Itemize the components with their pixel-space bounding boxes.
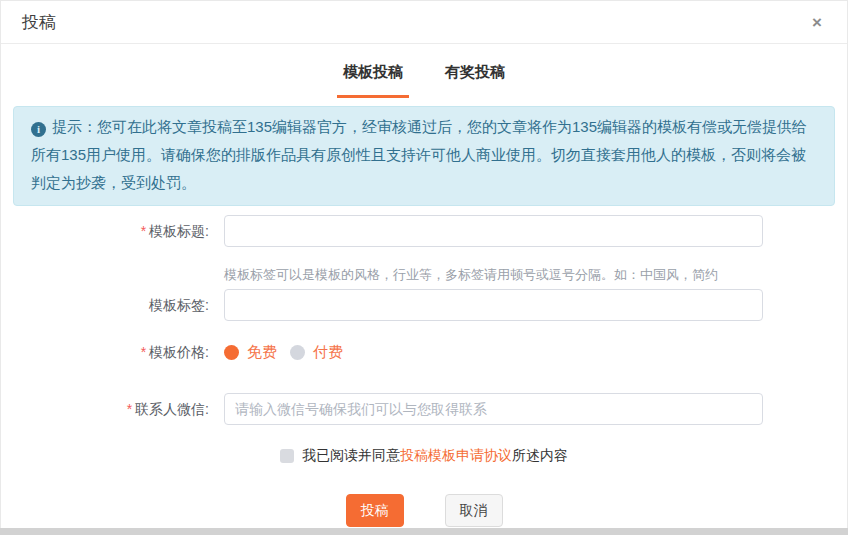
alert-text: 提示：您可在此将文章投稿至135编辑器官方，经审核通过后，您的文章将作为135编… bbox=[31, 118, 807, 191]
agreement-row: 我已阅读并同意投稿模板申请协议所述内容 bbox=[1, 447, 847, 465]
submission-form: *模板标题: 模板标签: 模板标签可以是模板的风格，行业等，多标签请用顿号或逗号… bbox=[1, 206, 847, 527]
radio-paid-label: 付费 bbox=[313, 343, 343, 362]
template-tags-hint: 模板标签可以是模板的风格，行业等，多标签请用顿号或逗号分隔。如：中国风，简约 bbox=[224, 268, 763, 281]
info-alert: i提示：您可在此将文章投稿至135编辑器官方，经审核通过后，您的文章将作为135… bbox=[13, 106, 835, 206]
action-buttons: 投稿 取消 bbox=[1, 494, 847, 527]
field-row-template-title: *模板标题: bbox=[1, 215, 847, 247]
agreement-link[interactable]: 投稿模板申请协议 bbox=[400, 447, 512, 465]
template-price-label: *模板价格: bbox=[1, 336, 209, 368]
template-title-label: *模板标题: bbox=[1, 215, 209, 247]
field-row-contact-wechat: *联系人微信: bbox=[1, 393, 847, 425]
close-icon[interactable]: × bbox=[808, 12, 826, 33]
radio-free-label: 免费 bbox=[247, 343, 277, 362]
field-row-template-price: *模板价格: 免费 付费 bbox=[1, 336, 847, 368]
agreement-checkbox[interactable] bbox=[280, 449, 294, 463]
required-star: * bbox=[141, 344, 146, 360]
cancel-button[interactable]: 取消 bbox=[445, 494, 503, 527]
radio-dot-icon bbox=[224, 345, 239, 360]
template-tags-label: 模板标签: bbox=[1, 289, 209, 321]
dialog-header: 投稿 × bbox=[1, 1, 847, 44]
tab-label: 有奖投稿 bbox=[445, 63, 505, 80]
template-title-input[interactable] bbox=[224, 215, 763, 247]
price-radio-group: 免费 付费 bbox=[224, 343, 343, 362]
template-tags-input[interactable] bbox=[224, 289, 763, 321]
required-star: * bbox=[141, 223, 146, 239]
tab-template-submission[interactable]: 模板投稿 bbox=[337, 63, 409, 98]
tab-reward-submission[interactable]: 有奖投稿 bbox=[439, 63, 511, 98]
radio-dot-icon bbox=[290, 345, 305, 360]
radio-free[interactable]: 免费 bbox=[224, 343, 277, 362]
contact-wechat-label: *联系人微信: bbox=[1, 393, 209, 425]
agreement-text-before: 我已阅读并同意 bbox=[302, 447, 400, 465]
dialog-title: 投稿 bbox=[22, 11, 56, 34]
contact-wechat-input[interactable] bbox=[224, 393, 763, 425]
submit-button[interactable]: 投稿 bbox=[346, 494, 404, 527]
tab-label: 模板投稿 bbox=[343, 63, 403, 80]
agreement-text-after: 所述内容 bbox=[512, 447, 568, 465]
required-star: * bbox=[127, 401, 132, 417]
info-circle-icon: i bbox=[31, 122, 46, 137]
field-row-template-tags: 模板标签: 模板标签可以是模板的风格，行业等，多标签请用顿号或逗号分隔。如：中国… bbox=[1, 265, 847, 321]
radio-paid[interactable]: 付费 bbox=[290, 343, 343, 362]
tab-bar: 模板投稿 有奖投稿 bbox=[1, 63, 847, 98]
submit-dialog: 投稿 × 模板投稿 有奖投稿 i提示：您可在此将文章投稿至135编辑器官方，经审… bbox=[0, 0, 848, 528]
